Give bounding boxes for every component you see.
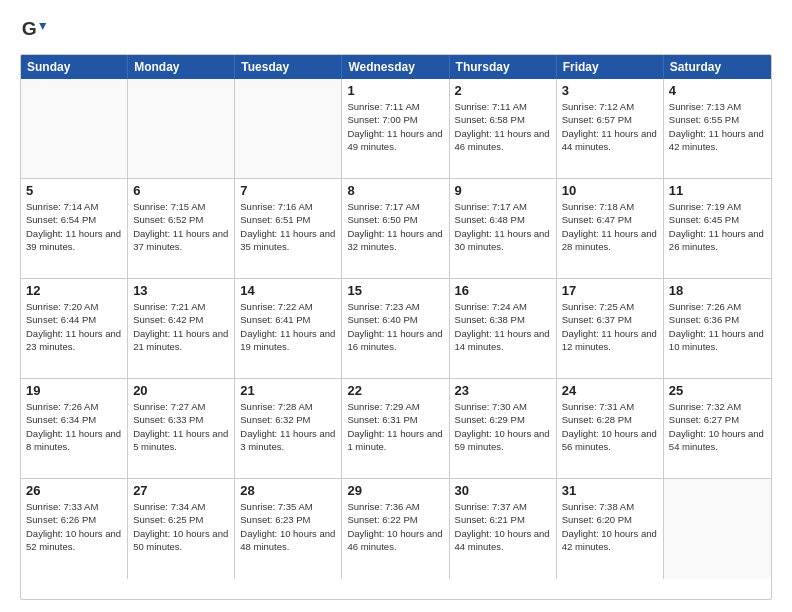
- day-number: 17: [562, 283, 658, 298]
- calendar-cell: 4Sunrise: 7:13 AM Sunset: 6:55 PM Daylig…: [664, 79, 771, 178]
- day-number: 29: [347, 483, 443, 498]
- day-info: Sunrise: 7:32 AM Sunset: 6:27 PM Dayligh…: [669, 400, 766, 453]
- calendar-row-1: 1Sunrise: 7:11 AM Sunset: 7:00 PM Daylig…: [21, 79, 771, 179]
- day-number: 13: [133, 283, 229, 298]
- day-number: 21: [240, 383, 336, 398]
- day-info: Sunrise: 7:16 AM Sunset: 6:51 PM Dayligh…: [240, 200, 336, 253]
- calendar-cell: 20Sunrise: 7:27 AM Sunset: 6:33 PM Dayli…: [128, 379, 235, 478]
- logo-icon: G: [20, 16, 48, 44]
- calendar-cell: 10Sunrise: 7:18 AM Sunset: 6:47 PM Dayli…: [557, 179, 664, 278]
- day-info: Sunrise: 7:20 AM Sunset: 6:44 PM Dayligh…: [26, 300, 122, 353]
- day-number: 19: [26, 383, 122, 398]
- svg-marker-1: [39, 23, 46, 30]
- day-info: Sunrise: 7:23 AM Sunset: 6:40 PM Dayligh…: [347, 300, 443, 353]
- calendar-cell: 2Sunrise: 7:11 AM Sunset: 6:58 PM Daylig…: [450, 79, 557, 178]
- calendar-row-5: 26Sunrise: 7:33 AM Sunset: 6:26 PM Dayli…: [21, 479, 771, 579]
- calendar-cell: 3Sunrise: 7:12 AM Sunset: 6:57 PM Daylig…: [557, 79, 664, 178]
- day-info: Sunrise: 7:36 AM Sunset: 6:22 PM Dayligh…: [347, 500, 443, 553]
- day-info: Sunrise: 7:21 AM Sunset: 6:42 PM Dayligh…: [133, 300, 229, 353]
- calendar-cell: 28Sunrise: 7:35 AM Sunset: 6:23 PM Dayli…: [235, 479, 342, 579]
- calendar-cell: 15Sunrise: 7:23 AM Sunset: 6:40 PM Dayli…: [342, 279, 449, 378]
- day-info: Sunrise: 7:15 AM Sunset: 6:52 PM Dayligh…: [133, 200, 229, 253]
- calendar-cell: 11Sunrise: 7:19 AM Sunset: 6:45 PM Dayli…: [664, 179, 771, 278]
- day-number: 27: [133, 483, 229, 498]
- calendar-cell: 6Sunrise: 7:15 AM Sunset: 6:52 PM Daylig…: [128, 179, 235, 278]
- header-day-thursday: Thursday: [450, 55, 557, 79]
- day-info: Sunrise: 7:27 AM Sunset: 6:33 PM Dayligh…: [133, 400, 229, 453]
- day-info: Sunrise: 7:26 AM Sunset: 6:34 PM Dayligh…: [26, 400, 122, 453]
- day-info: Sunrise: 7:33 AM Sunset: 6:26 PM Dayligh…: [26, 500, 122, 553]
- day-info: Sunrise: 7:17 AM Sunset: 6:48 PM Dayligh…: [455, 200, 551, 253]
- header-day-sunday: Sunday: [21, 55, 128, 79]
- day-info: Sunrise: 7:11 AM Sunset: 6:58 PM Dayligh…: [455, 100, 551, 153]
- page-header: G: [20, 16, 772, 44]
- svg-text:G: G: [22, 18, 37, 39]
- header-day-tuesday: Tuesday: [235, 55, 342, 79]
- day-number: 2: [455, 83, 551, 98]
- day-number: 11: [669, 183, 766, 198]
- day-number: 18: [669, 283, 766, 298]
- calendar-cell: 12Sunrise: 7:20 AM Sunset: 6:44 PM Dayli…: [21, 279, 128, 378]
- day-info: Sunrise: 7:14 AM Sunset: 6:54 PM Dayligh…: [26, 200, 122, 253]
- calendar-row-3: 12Sunrise: 7:20 AM Sunset: 6:44 PM Dayli…: [21, 279, 771, 379]
- calendar-body: 1Sunrise: 7:11 AM Sunset: 7:00 PM Daylig…: [21, 79, 771, 579]
- day-number: 12: [26, 283, 122, 298]
- day-number: 4: [669, 83, 766, 98]
- calendar-header: SundayMondayTuesdayWednesdayThursdayFrid…: [21, 55, 771, 79]
- day-number: 3: [562, 83, 658, 98]
- day-info: Sunrise: 7:19 AM Sunset: 6:45 PM Dayligh…: [669, 200, 766, 253]
- day-info: Sunrise: 7:22 AM Sunset: 6:41 PM Dayligh…: [240, 300, 336, 353]
- logo: G: [20, 16, 52, 44]
- calendar-cell: 27Sunrise: 7:34 AM Sunset: 6:25 PM Dayli…: [128, 479, 235, 579]
- day-info: Sunrise: 7:17 AM Sunset: 6:50 PM Dayligh…: [347, 200, 443, 253]
- day-info: Sunrise: 7:11 AM Sunset: 7:00 PM Dayligh…: [347, 100, 443, 153]
- calendar-row-4: 19Sunrise: 7:26 AM Sunset: 6:34 PM Dayli…: [21, 379, 771, 479]
- day-info: Sunrise: 7:30 AM Sunset: 6:29 PM Dayligh…: [455, 400, 551, 453]
- day-info: Sunrise: 7:25 AM Sunset: 6:37 PM Dayligh…: [562, 300, 658, 353]
- header-day-wednesday: Wednesday: [342, 55, 449, 79]
- day-number: 10: [562, 183, 658, 198]
- day-info: Sunrise: 7:35 AM Sunset: 6:23 PM Dayligh…: [240, 500, 336, 553]
- calendar-cell: 16Sunrise: 7:24 AM Sunset: 6:38 PM Dayli…: [450, 279, 557, 378]
- calendar-cell: 26Sunrise: 7:33 AM Sunset: 6:26 PM Dayli…: [21, 479, 128, 579]
- day-info: Sunrise: 7:38 AM Sunset: 6:20 PM Dayligh…: [562, 500, 658, 553]
- day-number: 14: [240, 283, 336, 298]
- day-number: 31: [562, 483, 658, 498]
- day-info: Sunrise: 7:34 AM Sunset: 6:25 PM Dayligh…: [133, 500, 229, 553]
- day-number: 6: [133, 183, 229, 198]
- calendar-cell: [21, 79, 128, 178]
- calendar-cell: 22Sunrise: 7:29 AM Sunset: 6:31 PM Dayli…: [342, 379, 449, 478]
- calendar-cell: 30Sunrise: 7:37 AM Sunset: 6:21 PM Dayli…: [450, 479, 557, 579]
- day-info: Sunrise: 7:26 AM Sunset: 6:36 PM Dayligh…: [669, 300, 766, 353]
- calendar-row-2: 5Sunrise: 7:14 AM Sunset: 6:54 PM Daylig…: [21, 179, 771, 279]
- day-number: 26: [26, 483, 122, 498]
- day-info: Sunrise: 7:29 AM Sunset: 6:31 PM Dayligh…: [347, 400, 443, 453]
- calendar-cell: [128, 79, 235, 178]
- day-number: 20: [133, 383, 229, 398]
- calendar-cell: 24Sunrise: 7:31 AM Sunset: 6:28 PM Dayli…: [557, 379, 664, 478]
- calendar: SundayMondayTuesdayWednesdayThursdayFrid…: [20, 54, 772, 600]
- header-day-monday: Monday: [128, 55, 235, 79]
- calendar-cell: 31Sunrise: 7:38 AM Sunset: 6:20 PM Dayli…: [557, 479, 664, 579]
- calendar-cell: [664, 479, 771, 579]
- day-number: 9: [455, 183, 551, 198]
- day-number: 16: [455, 283, 551, 298]
- header-day-friday: Friday: [557, 55, 664, 79]
- calendar-cell: 8Sunrise: 7:17 AM Sunset: 6:50 PM Daylig…: [342, 179, 449, 278]
- day-info: Sunrise: 7:28 AM Sunset: 6:32 PM Dayligh…: [240, 400, 336, 453]
- day-number: 22: [347, 383, 443, 398]
- day-number: 23: [455, 383, 551, 398]
- calendar-cell: 1Sunrise: 7:11 AM Sunset: 7:00 PM Daylig…: [342, 79, 449, 178]
- calendar-cell: 9Sunrise: 7:17 AM Sunset: 6:48 PM Daylig…: [450, 179, 557, 278]
- day-number: 8: [347, 183, 443, 198]
- day-number: 25: [669, 383, 766, 398]
- calendar-cell: 19Sunrise: 7:26 AM Sunset: 6:34 PM Dayli…: [21, 379, 128, 478]
- day-info: Sunrise: 7:18 AM Sunset: 6:47 PM Dayligh…: [562, 200, 658, 253]
- calendar-cell: 7Sunrise: 7:16 AM Sunset: 6:51 PM Daylig…: [235, 179, 342, 278]
- day-info: Sunrise: 7:37 AM Sunset: 6:21 PM Dayligh…: [455, 500, 551, 553]
- day-info: Sunrise: 7:13 AM Sunset: 6:55 PM Dayligh…: [669, 100, 766, 153]
- day-info: Sunrise: 7:12 AM Sunset: 6:57 PM Dayligh…: [562, 100, 658, 153]
- calendar-cell: 5Sunrise: 7:14 AM Sunset: 6:54 PM Daylig…: [21, 179, 128, 278]
- day-info: Sunrise: 7:31 AM Sunset: 6:28 PM Dayligh…: [562, 400, 658, 453]
- day-number: 28: [240, 483, 336, 498]
